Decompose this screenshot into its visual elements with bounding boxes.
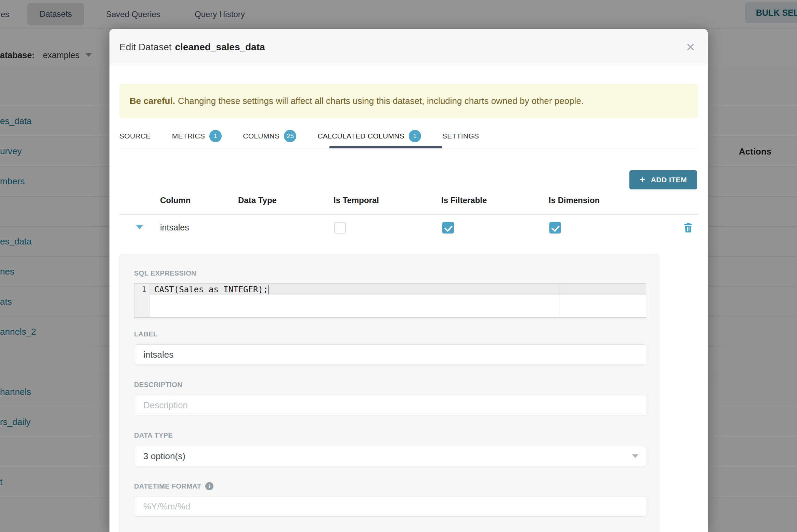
warning-banner-bold: Be careful.: [130, 96, 175, 106]
delete-trash-icon[interactable]: [683, 223, 693, 233]
select-caret-icon: [632, 454, 638, 458]
tab-calculated-columns[interactable]: CALCULATED COLUMNS 1: [317, 130, 421, 142]
edit-dataset-modal: Edit Dataset cleaned_sales_data ✕ Be car…: [109, 29, 708, 532]
sql-expression-label: SQL EXPRESSION: [134, 269, 196, 277]
data-type-field-label: DATA TYPE: [134, 431, 173, 439]
editor-print-margin: [560, 284, 560, 317]
screen: es Datasets Saved Queries Query History …: [0, 0, 797, 532]
datetime-format-field-label: DATETIME FORMAT i: [134, 482, 213, 490]
collapse-caret-icon[interactable]: [136, 225, 143, 229]
plus-icon: +: [640, 174, 645, 185]
editor-gutter: 1: [134, 284, 150, 317]
calculated-columns-count-badge: 1: [409, 130, 421, 142]
calculated-column-detail-panel: SQL EXPRESSION 1 CAST(Sales as INTEGER);…: [119, 254, 659, 532]
modal-title-dataset-name: cleaned_sales_data: [175, 42, 265, 53]
add-item-button[interactable]: + ADD ITEM: [629, 170, 697, 189]
data-type-select[interactable]: 3 option(s): [134, 446, 646, 466]
tab-metrics[interactable]: METRICS 1: [172, 130, 222, 142]
calculated-column-name: intsales: [160, 223, 189, 232]
info-icon[interactable]: i: [205, 482, 213, 490]
column-header-is-filterable: Is Filterable: [441, 196, 487, 205]
modal-title: Edit Dataset cleaned_sales_data: [119, 29, 265, 65]
modal-title-prefix: Edit Dataset: [119, 42, 172, 53]
modal-tabs: SOURCE METRICS 1 COLUMNS 25 CALCULATED C…: [119, 127, 479, 146]
editor-line-number: 1: [134, 284, 149, 295]
datetime-format-input[interactable]: [134, 496, 646, 517]
columns-count-badge: 25: [284, 130, 296, 142]
is-temporal-checkbox[interactable]: [334, 222, 346, 234]
description-field-label: DESCRIPTION: [134, 381, 182, 389]
tab-source[interactable]: SOURCE: [119, 132, 151, 140]
column-header-is-dimension: Is Dimension: [549, 196, 600, 205]
column-header-column: Column: [160, 196, 191, 205]
warning-banner: Be careful. Changing these settings will…: [119, 84, 698, 118]
data-type-select-value: 3 option(s): [143, 451, 185, 462]
active-tab-underline: [329, 146, 442, 148]
is-filterable-checkbox[interactable]: [442, 222, 454, 234]
sql-expression-code[interactable]: CAST(Sales as INTEGER);: [154, 284, 269, 295]
metrics-count-badge: 1: [209, 130, 222, 142]
sql-expression-editor[interactable]: 1 CAST(Sales as INTEGER);: [134, 283, 646, 318]
text-cursor: [269, 285, 269, 294]
column-header-is-temporal: Is Temporal: [334, 196, 379, 205]
tab-columns[interactable]: COLUMNS 25: [243, 130, 296, 142]
table-header-divider: [119, 214, 698, 215]
label-field-label: LABEL: [134, 330, 158, 338]
description-input[interactable]: [134, 395, 646, 415]
label-input[interactable]: [134, 344, 646, 365]
is-dimension-checkbox[interactable]: [549, 222, 561, 234]
column-header-data-type: Data Type: [238, 196, 277, 205]
warning-banner-text: Changing these settings will affect all …: [178, 96, 584, 106]
tab-settings[interactable]: SETTINGS: [442, 132, 479, 140]
modal-header: Edit Dataset cleaned_sales_data ✕: [109, 29, 708, 65]
close-icon[interactable]: ✕: [686, 29, 696, 65]
